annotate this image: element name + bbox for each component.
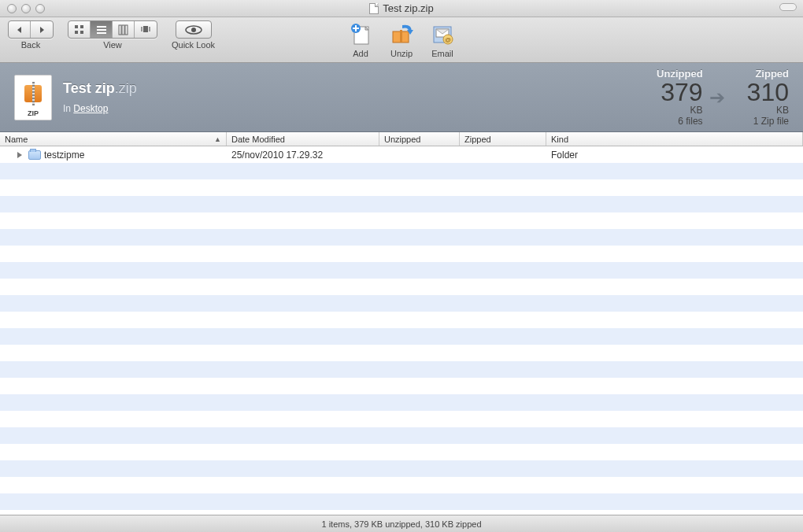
row-kind: Folder — [546, 150, 803, 161]
svg-rect-7 — [119, 25, 121, 35]
size-zipped: Zipped 310 KB 1 Zip file — [747, 68, 789, 127]
column-header-kind[interactable]: Kind — [546, 132, 803, 146]
file-location-prefix: In — [63, 103, 73, 114]
table-row — [0, 361, 803, 378]
email-button[interactable]: @ — [429, 20, 456, 47]
svg-text:@: @ — [445, 36, 451, 43]
svg-rect-9 — [125, 25, 128, 35]
zoom-window-button[interactable] — [35, 4, 45, 13]
zip-file-icon — [14, 75, 52, 120]
svg-rect-6 — [97, 32, 106, 34]
view-group: View — [68, 20, 157, 50]
file-meta: Test zip.zip In Desktop — [63, 80, 641, 114]
file-title-ext: .zip — [115, 80, 137, 96]
email-label: Email — [431, 49, 453, 58]
svg-rect-19 — [353, 28, 359, 29]
view-icon-button[interactable] — [68, 21, 91, 38]
column-header-unzipped-label: Unzipped — [384, 135, 420, 144]
table-row — [0, 345, 803, 361]
size-unzipped-value: 379 — [657, 79, 703, 105]
titlebar: Test zip.zip — [0, 0, 803, 17]
file-title: Test zip.zip — [63, 80, 641, 97]
table-row — [0, 427, 803, 444]
view-coverflow-button[interactable] — [135, 21, 157, 38]
back-button[interactable] — [9, 21, 31, 38]
svg-rect-11 — [141, 27, 142, 31]
unzip-label: Unzip — [390, 49, 413, 58]
table-row — [0, 229, 803, 246]
unzip-button[interactable] — [388, 20, 415, 47]
file-title-name: Test zip — [63, 80, 115, 96]
table-row[interactable]: testzipme25/nov/2010 17.29.32Folder — [0, 146, 803, 163]
close-window-button[interactable] — [7, 4, 17, 13]
info-header: Test zip.zip In Desktop Unzipped 379 KB … — [0, 63, 803, 132]
arrow-icon: ➔ — [709, 87, 725, 109]
table-row — [0, 328, 803, 345]
view-segmented — [68, 20, 157, 39]
document-icon — [369, 3, 379, 14]
table-row — [0, 444, 803, 460]
row-name: testzipme — [44, 150, 84, 161]
column-header-date[interactable]: Date Modified — [227, 132, 379, 146]
back-forward-group: Back — [8, 20, 54, 50]
column-header-unzipped[interactable]: Unzipped — [379, 132, 460, 146]
window-title-text: Test zip.zip — [383, 2, 433, 14]
window-title: Test zip.zip — [0, 2, 803, 14]
svg-rect-12 — [149, 27, 150, 31]
table-row — [0, 312, 803, 328]
table-row — [0, 262, 803, 279]
svg-rect-0 — [75, 25, 78, 28]
size-zipped-sub: 1 Zip file — [747, 116, 789, 127]
table-row — [0, 246, 803, 262]
toolbar-toggle-pill[interactable] — [779, 3, 797, 11]
add-label: Add — [353, 49, 368, 58]
svg-rect-21 — [400, 30, 402, 42]
quicklook-label: Quick Look — [172, 40, 215, 50]
status-bar: 1 items, 379 KB unzipped, 310 KB zipped — [0, 515, 803, 532]
svg-rect-5 — [97, 29, 106, 31]
column-header-name-label: Name — [5, 135, 28, 144]
unzip-group: Unzip — [388, 20, 415, 58]
column-header-name[interactable]: Name ▲ — [0, 132, 227, 146]
add-group: Add — [347, 20, 374, 58]
minimize-window-button[interactable] — [21, 4, 31, 13]
table-row — [0, 493, 803, 510]
size-zipped-unit: KB — [747, 105, 789, 116]
table-row — [0, 477, 803, 493]
file-list[interactable]: testzipme25/nov/2010 17.29.32Folder — [0, 146, 803, 515]
svg-rect-4 — [97, 26, 106, 28]
row-date: 25/nov/2010 17.29.32 — [227, 150, 379, 161]
column-headers: Name ▲ Date Modified Unzipped Zipped Kin… — [0, 132, 803, 146]
back-label: Back — [21, 40, 40, 50]
quicklook-button[interactable] — [176, 20, 212, 39]
table-row — [0, 196, 803, 212]
file-location: In Desktop — [63, 103, 641, 114]
svg-rect-1 — [80, 25, 83, 28]
file-location-link[interactable]: Desktop — [73, 103, 108, 114]
svg-rect-10 — [143, 26, 148, 32]
disclosure-triangle-icon[interactable] — [17, 152, 22, 158]
quicklook-group: Quick Look — [172, 20, 215, 50]
column-header-zipped-label: Zipped — [464, 135, 491, 144]
size-unzipped: Unzipped 379 KB 6 files — [657, 68, 703, 127]
window-controls — [7, 4, 45, 13]
back-forward-segmented — [8, 20, 54, 39]
table-row — [0, 279, 803, 295]
add-button[interactable] — [347, 20, 374, 47]
toolbar: Back — [0, 17, 803, 63]
size-unzipped-sub: 6 files — [657, 116, 703, 127]
table-row — [0, 394, 803, 411]
folder-icon — [28, 150, 41, 160]
view-list-button[interactable] — [91, 21, 113, 38]
forward-button[interactable] — [31, 21, 53, 38]
svg-rect-8 — [122, 25, 124, 35]
column-header-date-label: Date Modified — [231, 135, 285, 144]
table-row — [0, 163, 803, 179]
view-label: View — [103, 40, 122, 50]
status-text: 1 items, 379 KB unzipped, 310 KB zipped — [321, 519, 481, 529]
size-unzipped-unit: KB — [657, 105, 703, 116]
column-header-zipped[interactable]: Zipped — [460, 132, 546, 146]
view-column-button[interactable] — [113, 21, 135, 38]
sort-ascending-icon: ▲ — [214, 135, 221, 143]
svg-point-14 — [191, 28, 196, 32]
